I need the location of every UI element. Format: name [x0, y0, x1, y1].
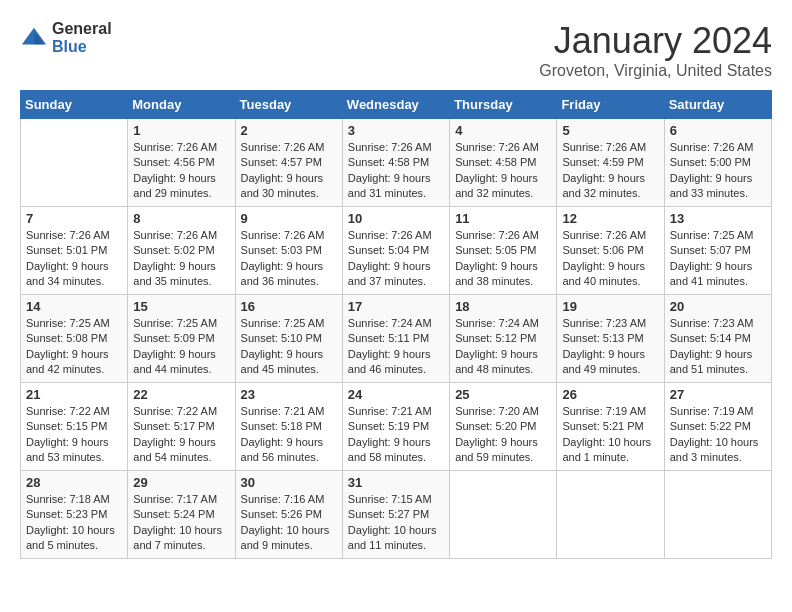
day-info: Sunrise: 7:21 AM Sunset: 5:19 PM Dayligh… [348, 404, 444, 466]
calendar-cell [557, 471, 664, 559]
day-info: Sunrise: 7:26 AM Sunset: 5:01 PM Dayligh… [26, 228, 122, 290]
day-number: 2 [241, 123, 337, 138]
day-info: Sunrise: 7:26 AM Sunset: 5:03 PM Dayligh… [241, 228, 337, 290]
calendar-week-row: 28Sunrise: 7:18 AM Sunset: 5:23 PM Dayli… [21, 471, 772, 559]
day-info: Sunrise: 7:18 AM Sunset: 5:23 PM Dayligh… [26, 492, 122, 554]
day-number: 21 [26, 387, 122, 402]
day-number: 8 [133, 211, 229, 226]
calendar-cell: 27Sunrise: 7:19 AM Sunset: 5:22 PM Dayli… [664, 383, 771, 471]
day-info: Sunrise: 7:19 AM Sunset: 5:22 PM Dayligh… [670, 404, 766, 466]
logo: General Blue [20, 20, 112, 55]
day-info: Sunrise: 7:21 AM Sunset: 5:18 PM Dayligh… [241, 404, 337, 466]
calendar-week-row: 7Sunrise: 7:26 AM Sunset: 5:01 PM Daylig… [21, 207, 772, 295]
calendar-cell: 15Sunrise: 7:25 AM Sunset: 5:09 PM Dayli… [128, 295, 235, 383]
day-number: 27 [670, 387, 766, 402]
weekday-header-tuesday: Tuesday [235, 91, 342, 119]
weekday-header-thursday: Thursday [450, 91, 557, 119]
logo-icon [20, 24, 48, 52]
logo-text: General Blue [52, 20, 112, 55]
day-number: 3 [348, 123, 444, 138]
day-info: Sunrise: 7:26 AM Sunset: 5:05 PM Dayligh… [455, 228, 551, 290]
day-info: Sunrise: 7:26 AM Sunset: 4:58 PM Dayligh… [455, 140, 551, 202]
day-number: 15 [133, 299, 229, 314]
weekday-header-friday: Friday [557, 91, 664, 119]
calendar-cell: 7Sunrise: 7:26 AM Sunset: 5:01 PM Daylig… [21, 207, 128, 295]
weekday-header-sunday: Sunday [21, 91, 128, 119]
day-number: 20 [670, 299, 766, 314]
day-number: 30 [241, 475, 337, 490]
day-info: Sunrise: 7:26 AM Sunset: 4:56 PM Dayligh… [133, 140, 229, 202]
day-number: 23 [241, 387, 337, 402]
calendar-cell: 10Sunrise: 7:26 AM Sunset: 5:04 PM Dayli… [342, 207, 449, 295]
calendar-cell: 14Sunrise: 7:25 AM Sunset: 5:08 PM Dayli… [21, 295, 128, 383]
day-number: 17 [348, 299, 444, 314]
day-number: 5 [562, 123, 658, 138]
logo-general-text: General [52, 20, 112, 38]
calendar-cell: 23Sunrise: 7:21 AM Sunset: 5:18 PM Dayli… [235, 383, 342, 471]
day-number: 14 [26, 299, 122, 314]
day-number: 7 [26, 211, 122, 226]
calendar-cell: 13Sunrise: 7:25 AM Sunset: 5:07 PM Dayli… [664, 207, 771, 295]
calendar-table: SundayMondayTuesdayWednesdayThursdayFrid… [20, 90, 772, 559]
calendar-cell: 2Sunrise: 7:26 AM Sunset: 4:57 PM Daylig… [235, 119, 342, 207]
title-section: January 2024 Groveton, Virginia, United … [539, 20, 772, 80]
day-number: 31 [348, 475, 444, 490]
calendar-cell: 3Sunrise: 7:26 AM Sunset: 4:58 PM Daylig… [342, 119, 449, 207]
day-number: 13 [670, 211, 766, 226]
day-number: 26 [562, 387, 658, 402]
calendar-cell: 17Sunrise: 7:24 AM Sunset: 5:11 PM Dayli… [342, 295, 449, 383]
calendar-cell [450, 471, 557, 559]
day-info: Sunrise: 7:15 AM Sunset: 5:27 PM Dayligh… [348, 492, 444, 554]
calendar-cell: 22Sunrise: 7:22 AM Sunset: 5:17 PM Dayli… [128, 383, 235, 471]
calendar-cell [21, 119, 128, 207]
weekday-header-monday: Monday [128, 91, 235, 119]
day-info: Sunrise: 7:26 AM Sunset: 5:00 PM Dayligh… [670, 140, 766, 202]
day-number: 24 [348, 387, 444, 402]
day-number: 4 [455, 123, 551, 138]
calendar-week-row: 1Sunrise: 7:26 AM Sunset: 4:56 PM Daylig… [21, 119, 772, 207]
day-info: Sunrise: 7:25 AM Sunset: 5:08 PM Dayligh… [26, 316, 122, 378]
weekday-header-saturday: Saturday [664, 91, 771, 119]
day-info: Sunrise: 7:26 AM Sunset: 5:04 PM Dayligh… [348, 228, 444, 290]
calendar-cell: 31Sunrise: 7:15 AM Sunset: 5:27 PM Dayli… [342, 471, 449, 559]
calendar-cell: 8Sunrise: 7:26 AM Sunset: 5:02 PM Daylig… [128, 207, 235, 295]
calendar-cell: 1Sunrise: 7:26 AM Sunset: 4:56 PM Daylig… [128, 119, 235, 207]
day-number: 9 [241, 211, 337, 226]
day-info: Sunrise: 7:22 AM Sunset: 5:15 PM Dayligh… [26, 404, 122, 466]
page-header: General Blue January 2024 Groveton, Virg… [20, 20, 772, 80]
calendar-cell: 16Sunrise: 7:25 AM Sunset: 5:10 PM Dayli… [235, 295, 342, 383]
day-info: Sunrise: 7:25 AM Sunset: 5:07 PM Dayligh… [670, 228, 766, 290]
day-info: Sunrise: 7:26 AM Sunset: 5:06 PM Dayligh… [562, 228, 658, 290]
day-number: 25 [455, 387, 551, 402]
day-info: Sunrise: 7:25 AM Sunset: 5:09 PM Dayligh… [133, 316, 229, 378]
logo-blue-text: Blue [52, 38, 112, 56]
day-number: 11 [455, 211, 551, 226]
calendar-cell: 25Sunrise: 7:20 AM Sunset: 5:20 PM Dayli… [450, 383, 557, 471]
calendar-week-row: 14Sunrise: 7:25 AM Sunset: 5:08 PM Dayli… [21, 295, 772, 383]
weekday-header-wednesday: Wednesday [342, 91, 449, 119]
day-info: Sunrise: 7:26 AM Sunset: 4:59 PM Dayligh… [562, 140, 658, 202]
calendar-cell: 24Sunrise: 7:21 AM Sunset: 5:19 PM Dayli… [342, 383, 449, 471]
day-number: 18 [455, 299, 551, 314]
day-info: Sunrise: 7:22 AM Sunset: 5:17 PM Dayligh… [133, 404, 229, 466]
day-info: Sunrise: 7:24 AM Sunset: 5:11 PM Dayligh… [348, 316, 444, 378]
day-info: Sunrise: 7:26 AM Sunset: 4:57 PM Dayligh… [241, 140, 337, 202]
day-number: 22 [133, 387, 229, 402]
day-info: Sunrise: 7:26 AM Sunset: 4:58 PM Dayligh… [348, 140, 444, 202]
day-number: 28 [26, 475, 122, 490]
calendar-cell: 12Sunrise: 7:26 AM Sunset: 5:06 PM Dayli… [557, 207, 664, 295]
day-number: 6 [670, 123, 766, 138]
day-number: 1 [133, 123, 229, 138]
day-info: Sunrise: 7:23 AM Sunset: 5:13 PM Dayligh… [562, 316, 658, 378]
day-number: 19 [562, 299, 658, 314]
calendar-cell: 9Sunrise: 7:26 AM Sunset: 5:03 PM Daylig… [235, 207, 342, 295]
calendar-cell: 20Sunrise: 7:23 AM Sunset: 5:14 PM Dayli… [664, 295, 771, 383]
day-info: Sunrise: 7:20 AM Sunset: 5:20 PM Dayligh… [455, 404, 551, 466]
day-number: 12 [562, 211, 658, 226]
calendar-cell: 21Sunrise: 7:22 AM Sunset: 5:15 PM Dayli… [21, 383, 128, 471]
day-info: Sunrise: 7:25 AM Sunset: 5:10 PM Dayligh… [241, 316, 337, 378]
calendar-cell: 19Sunrise: 7:23 AM Sunset: 5:13 PM Dayli… [557, 295, 664, 383]
calendar-cell [664, 471, 771, 559]
day-info: Sunrise: 7:19 AM Sunset: 5:21 PM Dayligh… [562, 404, 658, 466]
calendar-cell: 5Sunrise: 7:26 AM Sunset: 4:59 PM Daylig… [557, 119, 664, 207]
